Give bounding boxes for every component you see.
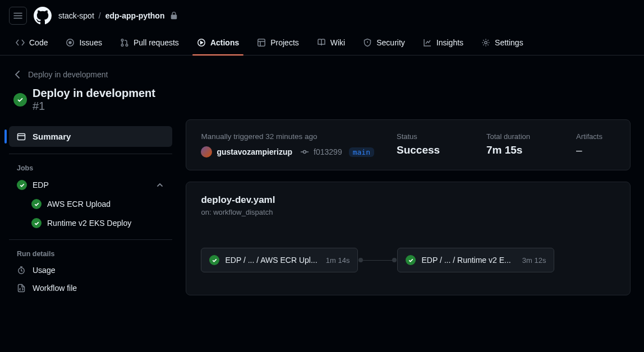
duration-value[interactable]: 7m 15s (486, 144, 554, 156)
success-icon (13, 93, 27, 106)
nav-actions[interactable]: Actions (190, 34, 246, 55)
success-icon (209, 255, 219, 265)
success-icon (31, 199, 42, 209)
avatar[interactable] (201, 146, 212, 158)
workflow-file-link[interactable]: Workflow file (9, 279, 172, 297)
svg-point-1 (69, 41, 71, 44)
run-title: Deploy in development #1 (33, 87, 168, 113)
branch-pill[interactable]: main (349, 147, 374, 157)
nav-code[interactable]: Code (9, 34, 54, 55)
nav-insights[interactable]: Insights (416, 34, 470, 55)
nav-wiki-label: Wiki (330, 38, 345, 47)
node-label: EDP / ... / AWS ECR Upl... (225, 256, 320, 265)
node-label: EDP / ... / Runtime v2 E... (421, 256, 516, 265)
nav-security-label: Security (376, 38, 405, 47)
commit-sha[interactable]: f013299 (314, 147, 342, 156)
divider (9, 239, 172, 240)
chevron-up-icon (155, 180, 164, 189)
svg-rect-6 (258, 39, 265, 46)
run-meta-card: Manually triggered 32 minutes ago gustav… (186, 119, 631, 170)
workflow-on-line: on: workflow_dispatch (201, 208, 615, 216)
status-value: Success (397, 144, 464, 156)
divider (9, 154, 172, 154)
nav-insights-label: Insights (436, 38, 463, 47)
job-label: AWS ECR Upload (47, 200, 111, 209)
job-label: Runtime v2 EKS Deploy (47, 219, 131, 228)
success-icon (406, 255, 416, 265)
duration-label: Total duration (486, 132, 554, 141)
usage-label: Usage (33, 266, 55, 275)
nav-issues[interactable]: Issues (59, 34, 108, 55)
job-aws-ecr-upload[interactable]: AWS ECR Upload (9, 194, 172, 214)
nav-issues-label: Issues (79, 38, 102, 47)
workflow-graph-card: deploy-dev.yaml on: workflow_dispatch ED… (186, 182, 631, 295)
nav-settings-label: Settings (495, 38, 523, 47)
commit-icon (300, 147, 309, 156)
node-time: 3m 12s (522, 256, 546, 265)
workflow-graph: EDP / ... / AWS ECR Upl... 1m 14s EDP / … (201, 248, 615, 272)
usage-link[interactable]: Usage (9, 261, 172, 279)
graph-node-runtime-eks[interactable]: EDP / ... / Runtime v2 E... 3m 12s (397, 248, 554, 272)
svg-point-7 (485, 41, 487, 44)
success-icon (31, 218, 42, 228)
svg-point-3 (121, 44, 123, 47)
job-group-edp[interactable]: EDP (9, 175, 172, 194)
svg-rect-8 (18, 133, 25, 140)
workflow-file-name[interactable]: deploy-dev.yaml (201, 194, 615, 206)
summary-label: Summary (33, 132, 71, 141)
breadcrumb-owner[interactable]: stack-spot (58, 11, 94, 20)
run-number: #1 (33, 100, 45, 112)
svg-point-4 (126, 44, 128, 47)
graph-edge (359, 260, 396, 261)
global-menu-button[interactable] (9, 7, 27, 25)
breadcrumb: stack-spot / edp-app-python (58, 11, 178, 20)
artifacts-value: – (576, 144, 615, 156)
nav-pulls-label: Pull requests (134, 38, 179, 47)
status-label: Status (397, 132, 464, 141)
summary-tab[interactable]: Summary (9, 126, 172, 147)
jobs-heading: Jobs (9, 161, 172, 175)
rundetails-heading: Run details (9, 247, 172, 261)
trigger-line: Manually triggered 32 minutes ago (201, 132, 374, 141)
lock-icon (170, 12, 178, 20)
breadcrumb-repo[interactable]: edp-app-python (105, 11, 165, 20)
nav-actions-label: Actions (210, 38, 239, 47)
svg-point-2 (121, 39, 123, 41)
job-runtime-eks-deploy[interactable]: Runtime v2 EKS Deploy (9, 214, 172, 233)
nav-pulls[interactable]: Pull requests (113, 34, 186, 55)
workflow-file-label: Workflow file (33, 284, 77, 293)
github-logo[interactable] (34, 7, 52, 25)
nav-security[interactable]: Security (356, 34, 412, 55)
nav-projects-label: Projects (270, 38, 299, 47)
artifacts-label: Artifacts (576, 132, 615, 141)
svg-point-10 (303, 151, 306, 154)
breadcrumb-separator: / (99, 11, 101, 20)
back-label: Deploy in development (28, 70, 108, 79)
repo-nav: Code Issues Pull requests Actions Projec… (0, 31, 644, 55)
nav-wiki[interactable]: Wiki (310, 34, 352, 55)
back-to-workflow[interactable]: Deploy in development (9, 67, 172, 82)
success-icon (17, 180, 27, 190)
graph-node-aws-ecr[interactable]: EDP / ... / AWS ECR Upl... 1m 14s (201, 248, 358, 272)
nav-projects[interactable]: Projects (250, 34, 306, 55)
actor-link[interactable]: gustavozampierizup (217, 147, 292, 156)
nav-code-label: Code (29, 38, 48, 47)
nav-settings[interactable]: Settings (475, 34, 530, 55)
job-group-label: EDP (33, 180, 49, 189)
node-time: 1m 14s (326, 256, 350, 265)
